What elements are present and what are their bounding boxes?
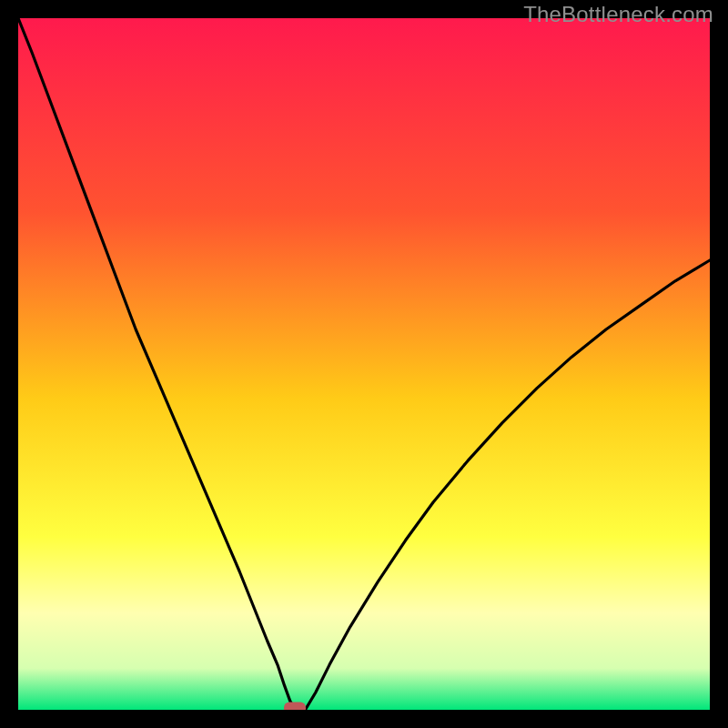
optimum-marker — [284, 703, 306, 711]
watermark-text: TheBottleneck.com — [523, 2, 713, 27]
plot-area — [18, 18, 710, 710]
chart-frame: TheBottleneck.com — [0, 0, 728, 728]
bottleneck-chart — [18, 18, 710, 710]
